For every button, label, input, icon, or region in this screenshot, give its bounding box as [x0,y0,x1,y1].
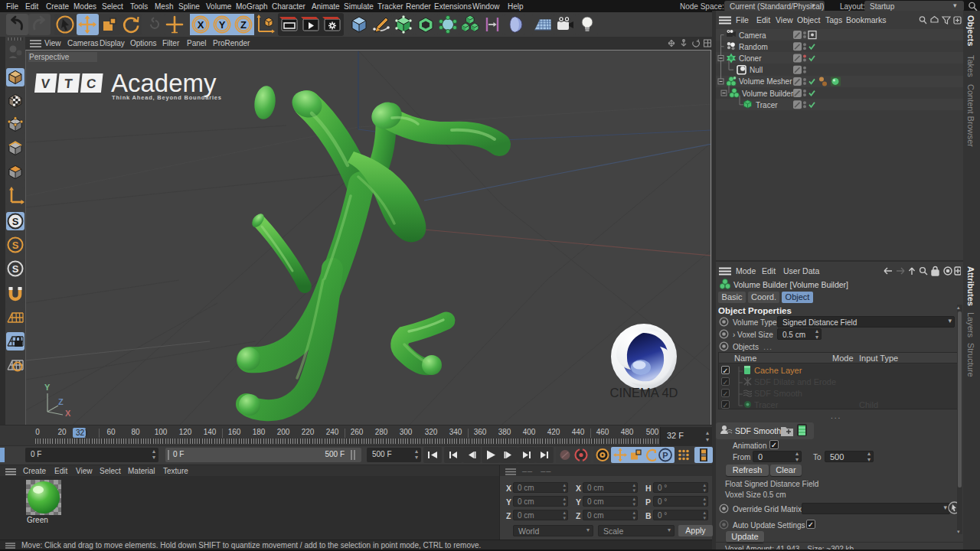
svg-text:X: X [198,19,204,31]
svg-text:Volume Builder: Volume Builder [742,90,794,98]
svg-text:Camera: Camera [739,31,766,40]
svg-text:Volume Mesher: Volume Mesher [739,77,792,86]
svg-text:Academy: Academy [111,70,217,97]
svg-text:X: X [65,409,71,418]
svg-text:S: S [12,216,19,227]
svg-text:Random: Random [739,43,768,51]
svg-text:Y: Y [44,383,51,392]
svg-text:S: S [12,263,19,275]
svg-text:Y: Y [219,19,226,31]
svg-text:Null: Null [750,66,763,74]
svg-text:Z: Z [58,397,64,406]
svg-text:Z: Z [240,19,247,31]
svg-text:Tracer: Tracer [756,101,778,109]
svg-text:S: S [12,240,19,251]
svg-text:C: C [86,77,96,91]
svg-text:P: P [662,451,668,460]
svg-text:Cloner: Cloner [739,54,762,63]
svg-text:CINEMA 4D: CINEMA 4D [610,386,678,399]
svg-text:Think Ahead, Beyond Boundaries: Think Ahead, Beyond Boundaries [112,94,222,101]
